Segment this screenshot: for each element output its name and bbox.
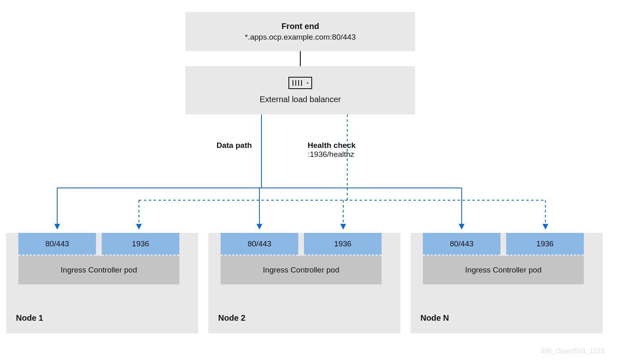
node1-pod: Ingress Controller pod bbox=[18, 256, 179, 284]
node1-port-health: 1936 bbox=[102, 233, 179, 256]
node-N-box: 80/443 1936 Ingress Controller pod Node … bbox=[411, 233, 603, 333]
node-1-box: 80/443 1936 Ingress Controller pod Node … bbox=[6, 233, 198, 333]
nodeN-port-data: 80/443 bbox=[423, 233, 500, 256]
health-check-title: Health check bbox=[308, 141, 355, 150]
load-balancer-label: External load balancer bbox=[259, 95, 341, 104]
node2-label: Node 2 bbox=[218, 313, 246, 323]
node2-port-data: 80/443 bbox=[221, 233, 298, 256]
node2-pod: Ingress Controller pod bbox=[221, 256, 382, 284]
data-path-label: Data path bbox=[217, 141, 252, 150]
load-balancer-icon bbox=[288, 77, 312, 91]
load-balancer-box: External load balancer bbox=[185, 66, 415, 114]
frontend-box: Front end *.apps.ocp.example.com:80/443 bbox=[185, 12, 415, 51]
watermark: 496_OpenShift_1223 bbox=[541, 348, 605, 355]
health-check-label: Health check :1936/healthz bbox=[308, 141, 355, 159]
frontend-title: Front end bbox=[281, 22, 319, 31]
svg-point-5 bbox=[307, 82, 308, 83]
node1-port-data: 80/443 bbox=[18, 233, 96, 256]
node1-label: Node 1 bbox=[16, 313, 43, 323]
frontend-subtitle: *.apps.ocp.example.com:80/443 bbox=[245, 33, 355, 42]
nodeN-port-health: 1936 bbox=[506, 233, 584, 256]
nodeN-label: Node N bbox=[420, 313, 449, 323]
nodeN-pod: Ingress Controller pod bbox=[423, 256, 584, 284]
node-2-box: 80/443 1936 Ingress Controller pod Node … bbox=[208, 233, 400, 333]
health-check-sub: :1936/healthz bbox=[308, 150, 355, 159]
node2-port-health: 1936 bbox=[304, 233, 382, 256]
